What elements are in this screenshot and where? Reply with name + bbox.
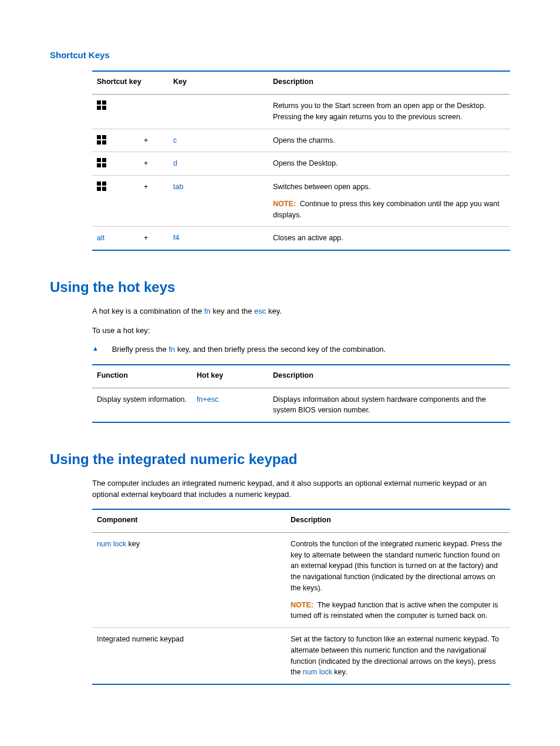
desc-cell: Opens the Desktop. <box>268 152 510 176</box>
svg-rect-15 <box>102 187 106 191</box>
note-label: NOTE: <box>291 601 313 609</box>
plus-cell: + <box>139 227 168 250</box>
key-fn: fn <box>204 307 211 315</box>
numeric-keypad-table: Component Description num lock key Contr… <box>92 509 510 685</box>
plus-cell: + <box>139 152 168 176</box>
th-description: Description <box>286 509 510 533</box>
windows-key-icon <box>97 100 134 110</box>
table-row: + c Opens the charms. <box>92 129 510 152</box>
desc-cell: Set at the factory to function like an e… <box>286 628 510 685</box>
func-cell: Display system information. <box>92 388 192 422</box>
svg-rect-6 <box>97 140 101 145</box>
svg-rect-11 <box>102 163 106 167</box>
key-numlock: num lock <box>97 540 126 548</box>
svg-rect-8 <box>97 158 101 162</box>
svg-rect-4 <box>97 135 101 139</box>
svg-rect-9 <box>102 158 106 162</box>
note-block: NOTE: Continue to press this key combina… <box>273 199 505 221</box>
svg-rect-1 <box>102 100 106 105</box>
hot-keys-table: Function Hot key Description Display sys… <box>92 364 510 424</box>
svg-rect-0 <box>97 100 101 105</box>
plus-cell: + <box>139 176 168 227</box>
svg-rect-2 <box>97 106 101 110</box>
svg-rect-14 <box>97 187 101 191</box>
th-description: Description <box>268 365 510 388</box>
windows-key-icon <box>97 182 134 191</box>
svg-rect-5 <box>102 135 106 139</box>
hotkeys-intro-2: To use a hot key: <box>92 325 510 337</box>
key-alt: alt <box>97 234 104 242</box>
table-row: + tab Switches between open apps. NOTE: … <box>92 176 510 227</box>
hotkeys-intro-1: A hot key is a combination of the fn key… <box>92 306 510 317</box>
windows-key-icon <box>97 158 134 167</box>
triangle-bullet-icon: ▲ <box>92 345 110 352</box>
hot-keys-heading: Using the hot keys <box>50 279 510 295</box>
svg-rect-10 <box>97 163 101 167</box>
th-component: Component <box>92 509 286 533</box>
note-text: The keypad function that is active when … <box>291 601 498 620</box>
hotkey-cell: fn+esc <box>192 388 268 422</box>
component-cell: Integrated numeric keypad <box>92 628 286 685</box>
plus-cell: + <box>139 129 168 152</box>
th-key: Key <box>168 71 268 95</box>
key-c: c <box>173 136 177 145</box>
key-tab: tab <box>173 183 183 191</box>
th-hotkey: Hot key <box>192 365 268 388</box>
component-cell: num lock key <box>92 532 286 627</box>
desc-cell: Controls the function of the integrated … <box>291 539 505 594</box>
key-fn: fn <box>168 345 175 354</box>
svg-rect-7 <box>102 140 106 145</box>
table-row: alt + f4 Closes an active app. <box>92 227 510 250</box>
table-row: + d Opens the Desktop. <box>92 152 510 176</box>
key-esc: esc <box>254 307 266 315</box>
note-block: NOTE: The keypad function that is active… <box>291 600 505 622</box>
svg-rect-13 <box>102 182 106 186</box>
shortcut-keys-heading: Shortcut Keys <box>50 50 510 60</box>
table-row: Display system information. fn+esc Displ… <box>92 388 510 422</box>
instruction-step: ▲ Briefly press the fn key, and then bri… <box>92 345 510 354</box>
svg-rect-3 <box>102 106 106 110</box>
key-f4: f4 <box>173 234 179 242</box>
desc-cell: Switches between open apps. <box>273 182 505 193</box>
th-function: Function <box>92 365 192 388</box>
note-text: Continue to press this key combination u… <box>273 200 500 219</box>
numeric-keypad-heading: Using the integrated numeric keypad <box>50 451 510 468</box>
note-label: NOTE: <box>273 200 296 208</box>
table-row: Integrated numeric keypad Set at the fac… <box>92 628 510 685</box>
desc-cell: Closes an active app. <box>268 227 510 250</box>
table-row: Returns you to the Start screen from an … <box>92 95 510 129</box>
desc-cell: Displays information about system hardwa… <box>268 388 510 422</box>
svg-rect-12 <box>97 182 101 186</box>
shortcut-keys-table: Shortcut key Key Description Returns you… <box>92 70 510 251</box>
numeric-keypad-intro: The computer includes an integrated nume… <box>92 478 510 500</box>
th-description: Description <box>268 71 510 95</box>
key-d: d <box>173 159 177 167</box>
th-shortcut-key: Shortcut key <box>92 71 168 95</box>
table-row: num lock key Controls the function of th… <box>92 532 510 627</box>
desc-cell: Returns you to the Start screen from an … <box>268 95 510 129</box>
windows-key-icon <box>97 135 134 145</box>
desc-cell: Opens the charms. <box>268 129 510 152</box>
key-numlock: num lock <box>303 668 332 676</box>
